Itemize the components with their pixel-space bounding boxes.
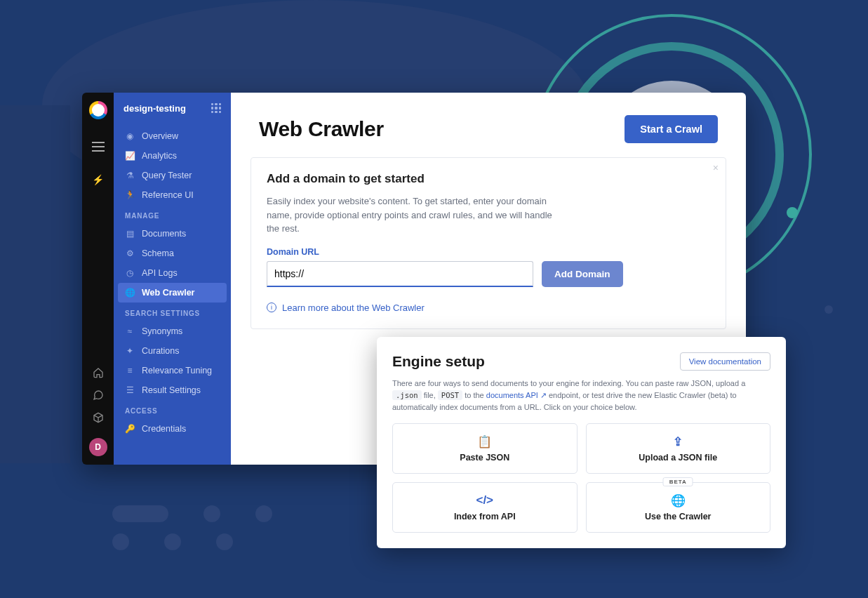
results-icon: ☰ — [125, 385, 135, 395]
engine-setup-title: Engine setup — [392, 353, 485, 370]
sidebar-item-overview[interactable]: ◉Overview — [118, 126, 227, 146]
running-icon: 🏃 — [125, 190, 135, 200]
sidebar-item-label: Synonyms — [142, 326, 182, 336]
sidebar-item-relevance-tuning[interactable]: ≡Relevance Tuning — [118, 361, 227, 380]
sidebar: design-testing ◉Overview📈Analytics⚗Query… — [114, 93, 231, 465]
tile-label: Use the Crawler — [645, 512, 711, 521]
gear-icon: ⚙ — [125, 248, 135, 258]
nav-group-label: MANAGE — [118, 205, 227, 224]
sidebar-item-label: Reference UI — [142, 190, 194, 200]
cube-icon[interactable] — [92, 411, 105, 424]
page-title: Web Crawler — [259, 117, 384, 141]
sidebar-item-label: Curations — [142, 346, 180, 356]
code-json: .json — [392, 390, 422, 400]
view-documentation-button[interactable]: View documentation — [680, 352, 770, 371]
sidebar-item-label: Schema — [142, 248, 174, 258]
code-post: POST — [438, 390, 462, 400]
domain-url-label: Domain URL — [267, 247, 710, 257]
engine-setup-description: There are four ways to send documents to… — [392, 378, 770, 413]
sidebar-item-documents[interactable]: ▤Documents — [118, 224, 227, 244]
sidebar-item-analytics[interactable]: 📈Analytics — [118, 146, 227, 166]
sidebar-item-label: Analytics — [142, 151, 177, 161]
start-crawl-button[interactable]: Start a Crawl — [625, 115, 718, 143]
nav-group-label: ACCESS — [118, 400, 227, 419]
flask-icon: ⚗ — [125, 171, 135, 180]
documents-icon: ▤ — [125, 229, 135, 239]
upload-icon: ⇪ — [673, 434, 683, 448]
engine-tile-use-the-crawler[interactable]: BETA🌐Use the Crawler — [586, 482, 771, 533]
nav-group-label: SEARCH SETTINGS — [118, 303, 227, 321]
engine-tile-index-from-api[interactable]: </>Index from API — [392, 482, 577, 533]
card-description: Easily index your website's content. To … — [267, 194, 561, 236]
sidebar-item-label: Relevance Tuning — [142, 366, 212, 376]
learn-more-link[interactable]: i Learn more about the Web Crawler — [267, 303, 710, 313]
engine-tile-paste-json[interactable]: 📋Paste JSON — [392, 423, 577, 474]
sidebar-item-api-logs[interactable]: ◷API Logs — [118, 263, 227, 283]
card-title: Add a domain to get started — [267, 172, 710, 186]
key-icon: 🔑 — [125, 424, 135, 434]
beta-badge: BETA — [663, 477, 693, 486]
sidebar-item-query-tester[interactable]: ⚗Query Tester — [118, 166, 227, 185]
sidebar-item-label: Overview — [142, 131, 178, 141]
sidebar-item-label: API Logs — [142, 268, 178, 278]
sidebar-item-curations[interactable]: ✦Curations — [118, 341, 227, 361]
add-domain-card: × Add a domain to get started Easily ind… — [251, 157, 726, 329]
sidebar-item-schema[interactable]: ⚙Schema — [118, 244, 227, 263]
sidebar-item-label: Credentials — [142, 424, 186, 434]
tuning-icon: ≡ — [125, 366, 135, 376]
sidebar-item-reference-ui[interactable]: 🏃Reference UI — [118, 185, 227, 205]
globe-icon: 🌐 — [125, 288, 135, 298]
domain-url-input[interactable] — [267, 261, 533, 287]
bolt-icon[interactable]: ⚡ — [92, 174, 104, 185]
code-icon: </> — [476, 493, 493, 507]
sidebar-item-label: Query Tester — [142, 171, 192, 180]
engine-setup-panel: Engine setup View documentation There ar… — [377, 337, 786, 548]
curations-icon: ✦ — [125, 346, 135, 356]
close-icon[interactable]: × — [713, 162, 719, 173]
sidebar-item-web-crawler[interactable]: 🌐Web Crawler — [118, 283, 227, 303]
tile-label: Paste JSON — [460, 453, 509, 463]
sidebar-item-credentials[interactable]: 🔑Credentials — [118, 419, 227, 439]
home-icon[interactable] — [92, 366, 105, 379]
info-icon: i — [267, 303, 276, 312]
user-avatar[interactable]: D — [89, 438, 107, 456]
sidebar-item-label: Documents — [142, 229, 186, 239]
analytics-icon: 📈 — [125, 151, 135, 161]
tile-label: Index from API — [454, 512, 516, 521]
globe-icon: 🌐 — [671, 493, 686, 507]
paste-icon: 📋 — [477, 434, 492, 448]
synonyms-icon: ≈ — [125, 326, 135, 336]
binoculars-icon: ◉ — [125, 131, 135, 141]
sidebar-header: design-testing — [114, 93, 231, 124]
engine-name: design-testing — [123, 103, 186, 114]
add-domain-button[interactable]: Add Domain — [542, 261, 623, 287]
clock-icon: ◷ — [125, 268, 135, 278]
documents-api-link[interactable]: documents API ↗ — [486, 391, 547, 399]
sidebar-item-label: Web Crawler — [142, 288, 195, 298]
menu-icon[interactable] — [92, 142, 105, 152]
product-logo[interactable] — [89, 101, 107, 119]
sidebar-item-label: Result Settings — [142, 385, 201, 395]
nav-rail: ⚡ D — [82, 93, 114, 465]
tile-label: Upload a JSON file — [639, 453, 717, 463]
sidebar-item-result-settings[interactable]: ☰Result Settings — [118, 380, 227, 400]
engine-tile-upload-a-json-file[interactable]: ⇪Upload a JSON file — [586, 423, 771, 474]
chat-icon[interactable] — [92, 389, 105, 401]
learn-more-label: Learn more about the Web Crawler — [282, 303, 425, 313]
apps-grid-icon[interactable] — [211, 103, 221, 113]
sidebar-item-synonyms[interactable]: ≈Synonyms — [118, 321, 227, 341]
